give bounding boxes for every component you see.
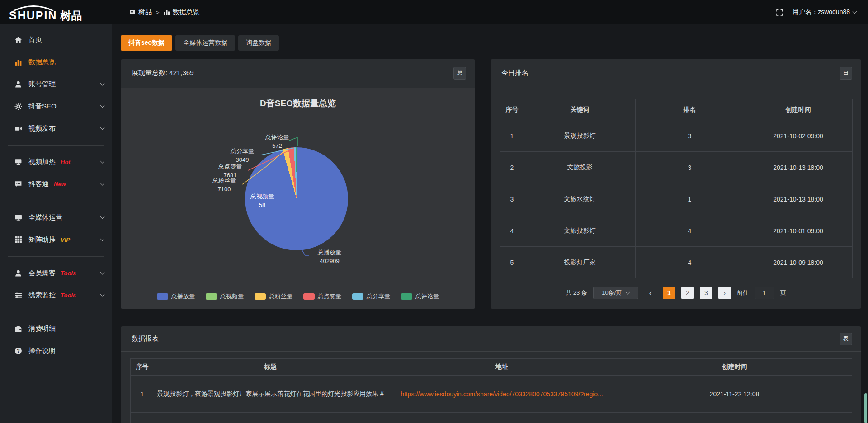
tools-badge: Tools: [61, 292, 76, 299]
sidebar-item-video-publish[interactable]: 视频发布: [0, 118, 112, 140]
table-cell: 文旅投影灯: [524, 215, 636, 247]
table-cell: 投影灯厂家: [524, 247, 636, 278]
next-page-button[interactable]: ›: [718, 287, 731, 299]
column-header: 创建时间: [617, 359, 852, 376]
chevron-down-icon: [100, 237, 105, 241]
table-cell: 5: [500, 247, 524, 278]
legend-item-comments[interactable]: 总评论量: [401, 292, 439, 301]
logo-text-cn: 树品: [60, 10, 82, 21]
prev-page-button[interactable]: ‹: [644, 287, 657, 299]
legend-swatch: [303, 293, 315, 300]
column-header: 关键词: [524, 99, 636, 120]
page-button-2[interactable]: 2: [681, 287, 694, 299]
page-button-1[interactable]: 1: [663, 287, 675, 299]
report-panel: 数据报表 表 序号 标题 地址 创建时间 1 景观投影灯，夜游景观投影灯厂家展示…: [121, 326, 861, 423]
table-cell: 2: [500, 152, 524, 183]
sidebar-item-home[interactable]: 首页: [0, 29, 112, 51]
bar-chart-icon: [164, 9, 170, 15]
column-header: 序号: [500, 99, 524, 120]
pie-label-comments: 总评论量 572: [258, 133, 296, 150]
user-menu[interactable]: 用户名：zswodun88: [793, 8, 856, 16]
pie-label-fans: 总粉丝量 7100: [205, 176, 243, 193]
chevron-down-icon: [626, 290, 630, 294]
sidebar-divider: [8, 256, 104, 257]
table-cell: 2021-10-13 18:00: [744, 152, 853, 183]
legend-item-videos[interactable]: 总视频量: [206, 292, 244, 301]
report-title: 数据报表: [132, 334, 159, 343]
column-header: 创建时间: [744, 99, 853, 120]
sidebar-item-member-baoke[interactable]: 会员爆客 Tools: [0, 262, 112, 284]
tab-inquiry-data[interactable]: 询盘数据: [238, 35, 279, 51]
wallet-icon: [14, 325, 23, 333]
sidebar-item-lead-monitor[interactable]: 线索监控 Tools: [0, 284, 112, 306]
data-tabs: 抖音seo数据 全媒体运营数据 询盘数据: [121, 35, 279, 51]
table-cell: 2021-11-22 12:08: [617, 376, 852, 413]
video-link[interactable]: https://www.iesdouyin.com/share/video/70…: [401, 390, 603, 398]
chevron-down-icon: [100, 181, 105, 186]
total-toggle-button[interactable]: 总: [453, 67, 466, 80]
gear-icon: [14, 103, 23, 110]
chevron-down-icon: [100, 292, 105, 297]
goto-suffix: 页: [780, 289, 786, 297]
logo-arc-icon: [12, 5, 55, 11]
legend-swatch: [157, 293, 168, 300]
legend-swatch: [352, 293, 363, 300]
column-header: 标题: [154, 359, 387, 376]
sidebar-item-douyin-seo[interactable]: 抖音SEO: [0, 95, 112, 118]
table-cell: 1: [636, 183, 744, 215]
sidebar-divider: [8, 312, 104, 312]
scrollbar-thumb[interactable]: [864, 393, 867, 423]
legend-swatch: [401, 293, 412, 300]
video-icon: [14, 125, 23, 132]
breadcrumb-root[interactable]: 树品: [129, 8, 152, 17]
legend-item-fans[interactable]: 总粉丝量: [255, 292, 292, 301]
new-badge: New: [54, 181, 66, 188]
sidebar-item-accounts[interactable]: 账号管理: [0, 73, 112, 95]
chevron-down-icon: [100, 126, 105, 130]
ranking-panel-header: 今日排名 日: [491, 59, 861, 87]
sidebar-item-media-operation[interactable]: 全媒体运营: [0, 207, 112, 229]
table-cell: 2021-10-02 09:00: [744, 120, 853, 152]
question-icon: ?: [14, 347, 23, 355]
sidebar-item-video-heating[interactable]: 视频加热 Hot: [0, 151, 112, 173]
chevron-down-icon: [100, 81, 105, 86]
goto-page-input[interactable]: [755, 287, 774, 299]
pie-label-shares: 总分享量 3049: [223, 147, 261, 164]
chevron-down-icon: [100, 103, 105, 108]
table-cell: 3: [500, 183, 524, 215]
table-cell: 4: [636, 215, 744, 247]
member-icon: [14, 269, 23, 277]
chart-legend: 总播放量 总视频量 总粉丝量 总点赞量 总分享量 总评论量: [121, 292, 475, 301]
sliders-icon: [14, 291, 23, 299]
app-square-icon: [129, 9, 136, 15]
pie-chart-area: D音SEO数据量总览 总评论量 572 总分享量 3049 总点赞量 7681: [121, 88, 475, 309]
tab-media-operation-data[interactable]: 全媒体运营数据: [175, 35, 235, 51]
tools-badge: Tools: [61, 270, 76, 277]
table-toggle-button[interactable]: 表: [840, 333, 852, 345]
table-cell: 4: [500, 215, 524, 247]
legend-item-likes[interactable]: 总点赞量: [303, 292, 341, 301]
tab-douyin-seo-data[interactable]: 抖音seo数据: [121, 35, 172, 51]
sidebar-item-matrix-boost[interactable]: 矩阵助推 VIP: [0, 229, 112, 251]
day-toggle-button[interactable]: 日: [840, 67, 852, 80]
report-panel-header: 数据报表 表: [121, 326, 861, 352]
pie-label-plays: 总播放量 402909: [307, 248, 352, 265]
legend-item-plays[interactable]: 总播放量: [157, 292, 195, 301]
bar-chart-icon: [14, 58, 23, 66]
sidebar-item-spending-detail[interactable]: 消费明细: [0, 318, 112, 340]
table-cell: 3: [636, 120, 744, 152]
chart-title: D音SEO数据量总览: [121, 98, 475, 109]
page-size-select[interactable]: 10条/页: [593, 287, 638, 299]
sidebar-item-data-overview[interactable]: 数据总览: [0, 51, 112, 73]
breadcrumb-current[interactable]: 数据总览: [164, 8, 200, 17]
table-cell-url: https://www.iesdouyin.com/share/video/70…: [387, 376, 617, 413]
screen-icon: [14, 158, 23, 166]
table-cell: [387, 413, 617, 423]
legend-item-shares[interactable]: 总分享量: [352, 292, 390, 301]
sidebar-item-douketong[interactable]: 抖客通 New: [0, 173, 112, 195]
page-button-3[interactable]: 3: [700, 287, 712, 299]
ranking-title: 今日排名: [501, 69, 528, 77]
sidebar-item-instructions[interactable]: ? 操作说明: [0, 340, 112, 362]
fullscreen-icon[interactable]: [776, 9, 783, 16]
impressions-total-label: 展现量总数: 421,369: [132, 69, 194, 77]
